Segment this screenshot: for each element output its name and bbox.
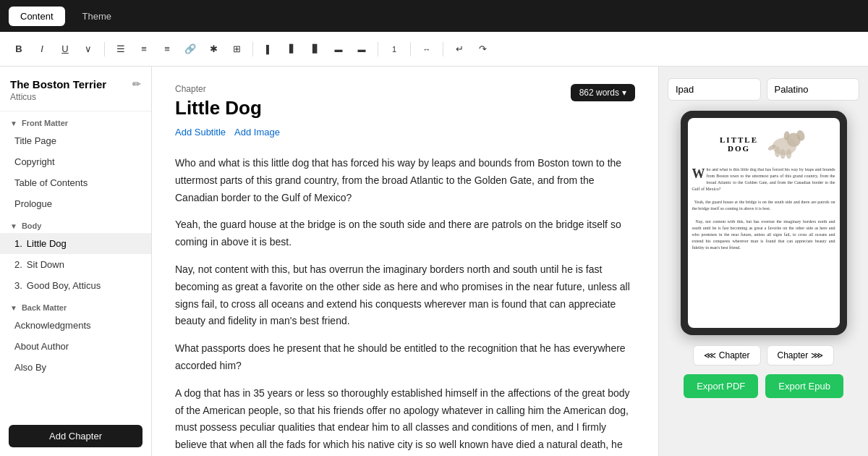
content-area: Chapter Little Dog Add Subtitle Add Imag…	[152, 67, 658, 456]
preview-title-line2: Dog	[720, 144, 758, 153]
book-title: The Boston Terrier	[10, 78, 106, 90]
sidebar-item-sit-down[interactable]: 2. Sit Down	[0, 254, 151, 275]
chapter-title[interactable]: Little Dog	[175, 97, 280, 119]
svg-point-6	[786, 149, 792, 159]
toolbar: B I U ∨ ☰ ≡ ≡ 🔗 ✱ ⊞ ▌ ▋ ▊ ▬ ▬ 1 ↔ ↵ ↷	[0, 32, 868, 67]
prev-chapter-label: Chapter	[719, 350, 750, 360]
tab-content[interactable]: Content	[9, 7, 65, 26]
chapter-actions: Add Subtitle Add Image	[175, 127, 280, 138]
section-front-matter[interactable]: ▼ Front Matter	[0, 111, 151, 130]
paragraph-1[interactable]: Who and what is this little dog that has…	[175, 155, 635, 206]
export-pdf-btn[interactable]: Export PDF	[684, 374, 758, 398]
arrow-back-matter: ▼	[10, 304, 17, 312]
align-left2-btn[interactable]: ▌	[259, 39, 279, 59]
svg-point-4	[775, 146, 780, 157]
back-matter-label: Back Matter	[22, 303, 67, 312]
asterisk-btn[interactable]: ✱	[203, 39, 224, 59]
chapter-header-row: Chapter Little Dog Add Subtitle Add Imag…	[175, 84, 635, 149]
sidebar-item-about-author[interactable]: About Author	[0, 336, 151, 357]
dog-silhouette	[764, 124, 807, 164]
align-left-btn[interactable]: ☰	[111, 39, 131, 59]
chapter-nav: ⋘ Chapter Chapter ⋙	[693, 345, 834, 366]
ipad-frame: Little Dog	[681, 111, 847, 335]
align-center-btn[interactable]: ▋	[282, 39, 302, 59]
svg-point-5	[780, 149, 786, 159]
preview-title-text: Little Dog	[720, 135, 758, 153]
tab-theme[interactable]: Theme	[71, 7, 123, 26]
toolbar-divider-5	[443, 42, 443, 56]
sidebar-item-little-dog[interactable]: 1. Little Dog	[0, 233, 151, 254]
chapter-label: Chapter	[175, 84, 280, 94]
preview-title-line1: Little	[720, 135, 758, 144]
device-select[interactable]: Ipad	[668, 78, 761, 101]
sidebar-footer: Add Chapter	[0, 416, 151, 456]
sidebar-item-good-boy[interactable]: 3. Good Boy, Atticus	[0, 275, 151, 296]
add-subtitle-btn[interactable]: Add Subtitle	[175, 127, 226, 138]
front-matter-label: Front Matter	[22, 119, 68, 127]
more-formatting-btn[interactable]: ∨	[78, 39, 98, 59]
redo-btn[interactable]: ↷	[472, 39, 493, 59]
italic-btn[interactable]: I	[32, 39, 52, 59]
sit-down-number: 2.	[14, 259, 22, 270]
toolbar-divider-3	[378, 42, 378, 56]
little-dog-label: Little Dog	[27, 238, 67, 249]
book-author: Atticus	[10, 92, 106, 102]
prev-chapter-btn[interactable]: ⋘ Chapter	[693, 345, 761, 366]
toolbar-divider-2	[252, 42, 253, 56]
undo-btn[interactable]: ↵	[449, 39, 469, 59]
sidebar-item-copyright[interactable]: Copyright	[0, 151, 151, 172]
book-header: The Boston Terrier Atticus ✏	[0, 67, 151, 111]
align-right-btn[interactable]: ▊	[305, 39, 326, 59]
font-select[interactable]: Palatino	[767, 78, 860, 101]
preview-body-text: Who and what is this little dog that has…	[688, 166, 840, 256]
device-selector: Ipad Palatino	[668, 78, 859, 101]
ipad-screen: Little Dog	[688, 118, 840, 328]
align-justify-btn[interactable]: ▬	[328, 39, 349, 59]
preview-body-content: ho and what is this little dog that has …	[692, 167, 835, 250]
sit-down-label: Sit Down	[27, 259, 64, 270]
sidebar-item-title-page[interactable]: Title Page	[0, 130, 151, 151]
next-chapter-btn[interactable]: Chapter ⋙	[767, 345, 835, 366]
section-body[interactable]: ▼ Body	[0, 214, 151, 233]
width-btn[interactable]: ↔	[417, 39, 437, 59]
preview-initial: W	[692, 167, 705, 180]
add-image-btn[interactable]: Add Image	[234, 127, 280, 138]
export-epub-btn[interactable]: Export Epub	[765, 374, 843, 398]
sidebar-item-acknowledgments[interactable]: Acknowledgments	[0, 315, 151, 336]
list-ordered-btn[interactable]: ≡	[157, 39, 177, 59]
sidebar-item-prologue[interactable]: Prologue	[0, 193, 151, 214]
preview-title-area: Little Dog	[688, 118, 840, 166]
little-dog-number: 1.	[14, 238, 22, 249]
bold-btn[interactable]: B	[9, 39, 29, 59]
paragraph-3[interactable]: Nay, not content with this, but has over…	[175, 261, 635, 330]
add-chapter-btn[interactable]: Add Chapter	[9, 425, 142, 447]
chapter-header-left: Chapter Little Dog Add Subtitle Add Imag…	[175, 84, 280, 149]
align-extra-btn[interactable]: ▬	[352, 39, 372, 59]
top-bar: Content Theme	[0, 0, 868, 32]
next-chapter-label: Chapter	[778, 350, 809, 360]
underline-btn[interactable]: U	[55, 39, 75, 59]
export-buttons: Export PDF Export Epub	[684, 374, 843, 398]
word-count-text: 862 words	[579, 88, 619, 98]
list-btn[interactable]: ≡	[134, 39, 154, 59]
main-layout: The Boston Terrier Atticus ✏ ▼ Front Mat…	[0, 67, 868, 456]
preview-panel: Ipad Palatino Little Dog	[658, 67, 868, 456]
sidebar: The Boston Terrier Atticus ✏ ▼ Front Mat…	[0, 67, 152, 456]
sidebar-item-toc[interactable]: Table of Contents	[0, 172, 151, 193]
arrow-front-matter: ▼	[10, 119, 17, 127]
section-back-matter[interactable]: ▼ Back Matter	[0, 296, 151, 315]
link-btn[interactable]: 🔗	[180, 39, 200, 59]
body-label: Body	[22, 221, 42, 230]
good-boy-label: Good Boy, Atticus	[27, 280, 101, 291]
paragraph-4[interactable]: What passports does he present that he s…	[175, 340, 635, 375]
paragraph-2[interactable]: Yeah, the guard house at the bridge is o…	[175, 216, 635, 251]
heading-btn[interactable]: 1	[384, 39, 404, 59]
table-btn[interactable]: ⊞	[226, 39, 247, 59]
next-chapter-arrow: ⋙	[811, 350, 823, 360]
sidebar-item-also-by[interactable]: Also By	[0, 357, 151, 378]
edit-book-icon[interactable]: ✏	[132, 78, 141, 90]
arrow-body: ▼	[10, 222, 17, 230]
paragraph-5[interactable]: A dog that has in 35 years or less so th…	[175, 385, 635, 456]
prev-chapter-arrow: ⋘	[704, 350, 716, 360]
word-count-badge[interactable]: 862 words ▾	[571, 84, 635, 101]
